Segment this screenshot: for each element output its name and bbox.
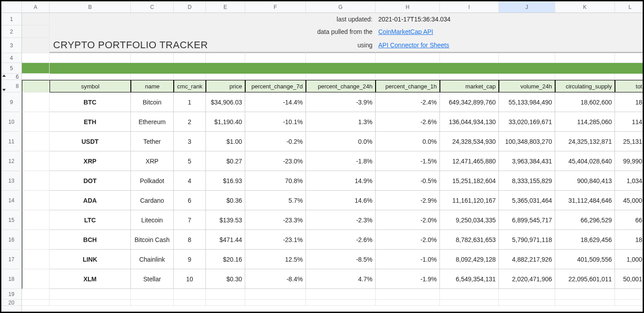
cell-circ-row9[interactable]: 22,095,601,011 (555, 269, 615, 289)
cell-circ-row3[interactable]: 45,404,028,640 (555, 151, 615, 171)
cell-symbol-row6[interactable]: LTC (50, 210, 131, 230)
cell-cmc_rank-row3[interactable]: 5 (174, 151, 206, 171)
cell-pc7d-row3[interactable]: -23.0% (245, 151, 306, 171)
row-header-11[interactable]: 11 (1, 132, 21, 151)
cell-pc1h-row0[interactable]: -2.4% (376, 92, 440, 112)
cell-cmc_rank-row2[interactable]: 3 (174, 132, 206, 151)
cell-cmc_rank-row7[interactable]: 8 (174, 230, 206, 250)
cell-symbol-row9[interactable]: XLM (50, 269, 131, 289)
cell-pc24h-row7[interactable]: -2.6% (306, 230, 376, 250)
cell-circ-row0[interactable]: 18,602,600 (555, 92, 615, 112)
cell-pc7d-row1[interactable]: -10.1% (245, 112, 306, 132)
cell-pc24h-row2[interactable]: 0.0% (306, 132, 376, 151)
cell-symbol-row7[interactable]: BCH (50, 230, 131, 250)
column-header-K[interactable]: K (555, 1, 615, 13)
cell-mcap-row2[interactable]: 24,328,534,930 (440, 132, 499, 151)
select-all-corner[interactable] (1, 1, 22, 13)
cell-mcap-row1[interactable]: 136,044,934,130 (440, 112, 499, 132)
cell-vol24h-row0[interactable]: 55,133,984,490 (499, 92, 555, 112)
cell-vol24h-row4[interactable]: 8,333,155,829 (499, 171, 555, 191)
cell-mcap-row7[interactable]: 8,782,631,653 (440, 230, 499, 250)
cell-symbol-row8[interactable]: LINK (50, 250, 131, 269)
cell-mcap-row9[interactable]: 6,549,354,131 (440, 269, 499, 289)
row-header-13[interactable]: 13 (1, 171, 21, 191)
table-header-circulating_supply[interactable]: circulating_supply (555, 80, 615, 92)
row-header-5[interactable]: 5 (1, 63, 21, 74)
cell-vol24h-row7[interactable]: 5,790,971,118 (499, 230, 555, 250)
cell-pc7d-row4[interactable]: 70.8% (245, 171, 306, 191)
cell-symbol-row0[interactable]: BTC (50, 92, 131, 112)
cell-tot-row1[interactable]: 114 (615, 112, 643, 132)
cell-pc7d-row2[interactable]: -0.2% (245, 132, 306, 151)
cell-cmc_rank-row5[interactable]: 6 (174, 191, 206, 210)
cell-cmc_rank-row9[interactable]: 10 (174, 269, 206, 289)
row-header-4[interactable]: 4 (1, 53, 21, 63)
cell-pc1h-row4[interactable]: -0.5% (376, 171, 440, 191)
cell-tot-row7[interactable]: 18 (615, 230, 643, 250)
cell-price-row7[interactable]: $471.44 (206, 230, 245, 250)
cell-tot-row9[interactable]: 50,001 (615, 269, 643, 289)
cell-tot-row5[interactable]: 45,000 (615, 191, 643, 210)
column-header-H[interactable]: H (376, 1, 440, 13)
table-header-symbol[interactable]: symbol (50, 80, 131, 92)
cell-pc1h-row9[interactable]: -1.9% (376, 269, 440, 289)
cell-name-row9[interactable]: Stellar (131, 269, 174, 289)
column-header-D[interactable]: D (174, 1, 206, 13)
cell-name-row2[interactable]: Tether (131, 132, 174, 151)
table-header-volume_24h[interactable]: volume_24h (499, 80, 555, 92)
cell-symbol-row3[interactable]: XRP (50, 151, 131, 171)
cell-circ-row4[interactable]: 900,840,413 (555, 171, 615, 191)
cell-circ-row7[interactable]: 18,629,456 (555, 230, 615, 250)
row-header-18[interactable]: 18 (1, 269, 21, 289)
column-header-A[interactable]: A (22, 1, 50, 13)
cell-name-row0[interactable]: Bitcoin (131, 92, 174, 112)
cell-price-row3[interactable]: $0.27 (206, 151, 245, 171)
row-header-3[interactable]: 3 (1, 38, 21, 53)
cell-name-row3[interactable]: XRP (131, 151, 174, 171)
cell-mcap-row8[interactable]: 8,092,429,128 (440, 250, 499, 269)
cell-vol24h-row1[interactable]: 33,020,169,671 (499, 112, 555, 132)
row-header-9[interactable]: 9 (1, 92, 21, 112)
cell-name-row6[interactable]: Litecoin (131, 210, 174, 230)
row-header-6[interactable]: 6 (1, 74, 21, 80)
column-header-E[interactable]: E (206, 1, 245, 13)
meta-value-1[interactable]: CoinMarketCap API (376, 25, 643, 38)
cell-cmc_rank-row0[interactable]: 1 (174, 92, 206, 112)
table-header-name[interactable]: name (131, 80, 174, 92)
row-header-20[interactable]: 20 (1, 300, 21, 306)
column-header-G[interactable]: G (306, 1, 376, 13)
cell-pc24h-row4[interactable]: 14.9% (306, 171, 376, 191)
cell-name-row5[interactable]: Cardano (131, 191, 174, 210)
row-header-17[interactable]: 17 (1, 250, 21, 269)
cell-symbol-row4[interactable]: DOT (50, 171, 131, 191)
row-header-1[interactable]: 1 (1, 13, 21, 25)
table-header-percent_change_1h[interactable]: percent_change_1h (376, 80, 440, 92)
table-header-percent_change_7d[interactable]: percent_change_7d (245, 80, 306, 92)
cell-tot-row3[interactable]: 99,990 (615, 151, 643, 171)
cell-pc24h-row0[interactable]: -3.9% (306, 92, 376, 112)
meta-value-2[interactable]: API Connector for Sheets (376, 38, 643, 53)
cell-name-row8[interactable]: Chainlink (131, 250, 174, 269)
cell-vol24h-row9[interactable]: 2,020,471,906 (499, 269, 555, 289)
cell-pc7d-row0[interactable]: -14.4% (245, 92, 306, 112)
cell-mcap-row5[interactable]: 11,161,120,167 (440, 191, 499, 210)
row-header-2[interactable]: 2 (1, 25, 21, 38)
cell-vol24h-row2[interactable]: 100,348,803,270 (499, 132, 555, 151)
cell-pc1h-row7[interactable]: -2.0% (376, 230, 440, 250)
cell-pc1h-row5[interactable]: -2.9% (376, 191, 440, 210)
cell-pc24h-row3[interactable]: -1.8% (306, 151, 376, 171)
cell-vol24h-row8[interactable]: 4,882,217,926 (499, 250, 555, 269)
cell-pc7d-row5[interactable]: 5.7% (245, 191, 306, 210)
cell-pc24h-row8[interactable]: -8.5% (306, 250, 376, 269)
table-header-tot[interactable]: tot (615, 80, 643, 92)
cell-circ-row8[interactable]: 401,509,556 (555, 250, 615, 269)
cell-price-row0[interactable]: $34,906.03 (206, 92, 245, 112)
row-header-15[interactable]: 15 (1, 210, 21, 230)
cell-vol24h-row3[interactable]: 3,963,384,431 (499, 151, 555, 171)
cell-price-row6[interactable]: $139.53 (206, 210, 245, 230)
cell-cmc_rank-row8[interactable]: 9 (174, 250, 206, 269)
cell-pc1h-row2[interactable]: 0.0% (376, 132, 440, 151)
cell-name-row1[interactable]: Ethereum (131, 112, 174, 132)
cell-pc1h-row8[interactable]: -1.0% (376, 250, 440, 269)
row-header-14[interactable]: 14 (1, 191, 21, 210)
